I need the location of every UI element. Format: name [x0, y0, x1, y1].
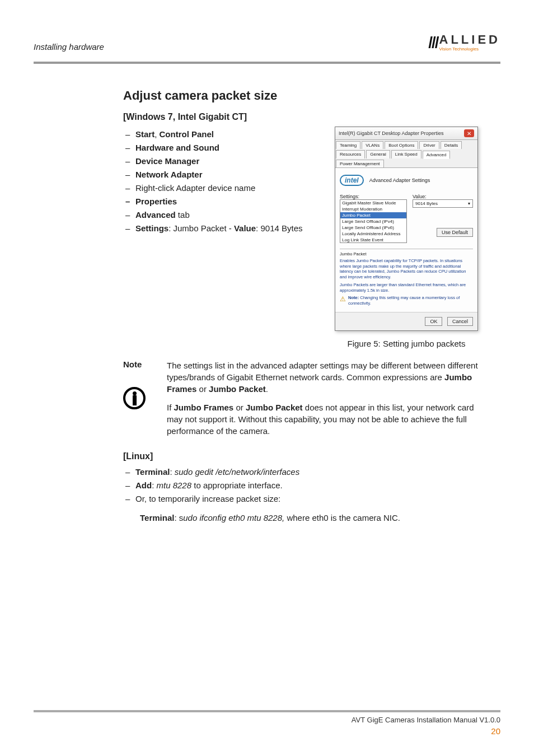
settings-listbox[interactable]: Gigabit Master Slave Mode Interrupt Mode… [340, 199, 407, 243]
step-text: : [152, 480, 156, 490]
win-step: Hardware and Sound [123, 142, 325, 153]
win-step: Advanced tab [123, 209, 325, 221]
note-text: or [233, 403, 246, 412]
desc-title: Jumbo Packet [340, 251, 473, 257]
tab-linkspeed[interactable]: Link Speed [391, 150, 421, 158]
tab-vlans[interactable]: VLANs [362, 141, 383, 149]
step-bold: Hardware and Sound [135, 143, 219, 152]
win-step: Properties [123, 195, 325, 207]
desc-text: Enables Jumbo Packet capability for TCP/… [340, 258, 473, 280]
step-text: tab [176, 210, 190, 220]
win-step: Device Manager [123, 155, 325, 167]
tab-advanced[interactable]: Advanced [423, 151, 451, 159]
step-italic: mtu 8228 [157, 480, 192, 490]
step-text: : [170, 467, 174, 477]
footer-rule [34, 710, 500, 712]
list-item[interactable]: Large Send Offload (IPv4) [340, 218, 406, 225]
tab-details[interactable]: Details [441, 141, 462, 149]
note-bold: Jumbo Packet [246, 403, 303, 412]
ok-button[interactable]: OK [425, 317, 442, 326]
tab-teaming[interactable]: Teaming [336, 141, 360, 149]
cancel-button[interactable]: Cancel [447, 317, 473, 326]
intel-logo-icon: intel [340, 175, 364, 186]
tab-resources[interactable]: Resources [336, 150, 365, 158]
dialog-title: Intel(R) Gigabit CT Desktop Adapter Prop… [339, 130, 443, 136]
step-text: where eth0 is the camera NIC. [284, 513, 400, 522]
step-bold: Terminal [140, 513, 174, 522]
use-default-button[interactable]: Use Default [437, 228, 473, 237]
linux-subline: Terminal: sudo ifconfig eth0 mtu 8228, w… [140, 513, 478, 522]
win-step: Settings: Jumbo Packet - Value: 9014 Byt… [123, 222, 325, 234]
note-text: . [266, 384, 268, 394]
step-bold: Network Adapter [135, 170, 202, 179]
logo-stripes-icon: /// [428, 34, 438, 52]
step-bold: Advanced [135, 210, 176, 220]
step-bold: Properties [135, 197, 177, 206]
note-paragraph: If Jumbo Frames or Jumbo Packet does not… [167, 402, 478, 437]
tab-driver[interactable]: Driver [419, 141, 439, 149]
note-bold: Jumbo Frames [174, 403, 234, 412]
desc-note-label: Note: [348, 295, 359, 300]
desc-note-text: Changing this setting may cause a moment… [348, 295, 460, 306]
logo-main: ALLIED [439, 34, 500, 46]
tab-general[interactable]: General [366, 150, 390, 158]
step-bold: Value [234, 223, 256, 233]
note-text: or [196, 384, 209, 394]
step-bold: Control Panel [160, 129, 214, 139]
intel-label: Advanced Adapter Settings [369, 178, 430, 183]
step-bold: Add [135, 480, 152, 490]
footer-text: AVT GigE Cameras Installation Manual V1.… [34, 716, 500, 724]
chevron-down-icon: ▾ [468, 201, 470, 206]
note-text: The settings list in the advanced adapte… [167, 361, 478, 382]
list-item[interactable]: Log Link State Event [340, 237, 406, 243]
note-paragraph: The settings list in the advanced adapte… [167, 360, 478, 395]
tab-boot[interactable]: Boot Options [385, 141, 418, 149]
step-text: : Jumbo Packet - [168, 223, 234, 233]
note-text: If [167, 403, 174, 412]
list-item[interactable]: Large Send Offload (IPv6) [340, 225, 406, 231]
step-text: : s [174, 513, 183, 522]
combo-value: 9014 Bytes [415, 201, 438, 206]
tab-power[interactable]: Power Management [336, 160, 384, 167]
step-bold: Terminal [135, 467, 170, 477]
step-text: to appropriate interface. [191, 480, 283, 490]
windows-heading: [Windows 7, Intel Gigabit CT] [123, 112, 478, 122]
list-item[interactable]: Interrupt Moderation [340, 206, 406, 212]
page-title: Adjust camera packet size [123, 88, 478, 103]
info-icon [123, 387, 146, 409]
desc-text: Jumbo Packets are larger than standard E… [340, 282, 473, 293]
logo-sub: Vision Technologies [439, 47, 500, 52]
step-bold: Start [135, 129, 154, 139]
win-step: Start, Control Panel [123, 128, 325, 140]
list-item-selected[interactable]: Jumbo Packet [340, 212, 406, 218]
win-step: Network Adapter [123, 169, 325, 180]
step-italic: sudo gedit /etc/network/interfaces [175, 467, 299, 477]
value-label: Value: [413, 194, 473, 199]
step-text: : 9014 Bytes [256, 223, 302, 233]
linux-step: Terminal: sudo gedit /etc/network/interf… [123, 466, 478, 478]
page-number: 20 [34, 726, 500, 736]
step-italic: udo ifconfig eth0 mtu 8228, [183, 513, 284, 522]
brand-logo: /// ALLIED Vision Technologies [428, 34, 500, 52]
win-step: Right-click Adapter device name [123, 182, 325, 194]
settings-label: Settings: [340, 194, 408, 199]
linux-heading: [Linux] [123, 451, 478, 461]
list-item[interactable]: Gigabit Master Slave Mode [340, 200, 406, 206]
note-label: Note [123, 360, 157, 369]
linux-step: Add: mtu 8228 to appropriate interface. [123, 479, 478, 491]
linux-step: Or, to temporarily increase packet size: [123, 493, 478, 505]
step-bold: Device Manager [135, 156, 199, 166]
value-combobox[interactable]: 9014 Bytes ▾ [413, 199, 473, 208]
warning-icon: ⚠ [340, 295, 346, 306]
list-item[interactable]: Locally Administered Address [340, 231, 406, 237]
screenshot-dialog: Intel(R) Gigabit CT Desktop Adapter Prop… [335, 127, 478, 355]
figure-caption: Figure 5: Setting jumbo packets [335, 339, 478, 348]
section-header: Installing hardware [34, 42, 104, 52]
step-bold: Settings [135, 223, 168, 233]
close-icon[interactable]: ✕ [464, 129, 474, 137]
note-bold: Jumbo Packet [209, 384, 266, 394]
